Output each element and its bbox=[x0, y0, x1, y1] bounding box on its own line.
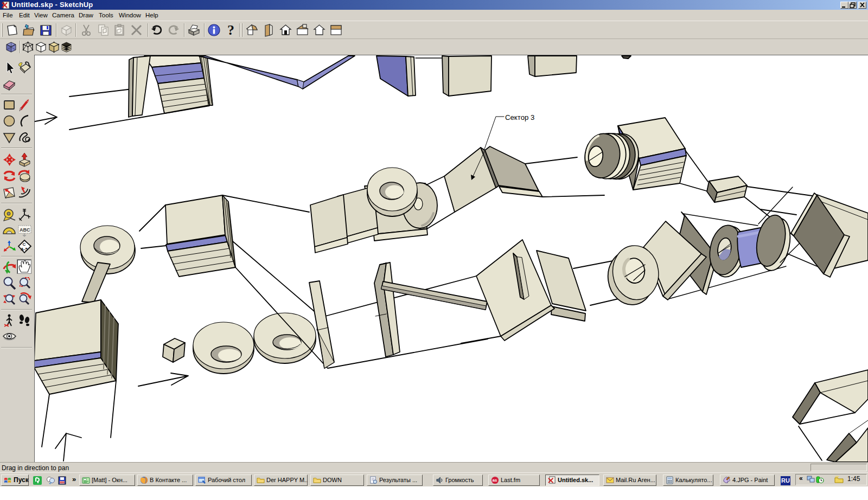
svg-text:ABC: ABC bbox=[20, 227, 30, 233]
svg-text:as: as bbox=[493, 478, 497, 483]
svg-text:A-5: A-5 bbox=[21, 247, 28, 252]
svg-text:?: ? bbox=[227, 23, 234, 37]
svg-text:Сектор 3: Сектор 3 bbox=[505, 113, 534, 121]
svg-text:C: C bbox=[23, 242, 26, 247]
